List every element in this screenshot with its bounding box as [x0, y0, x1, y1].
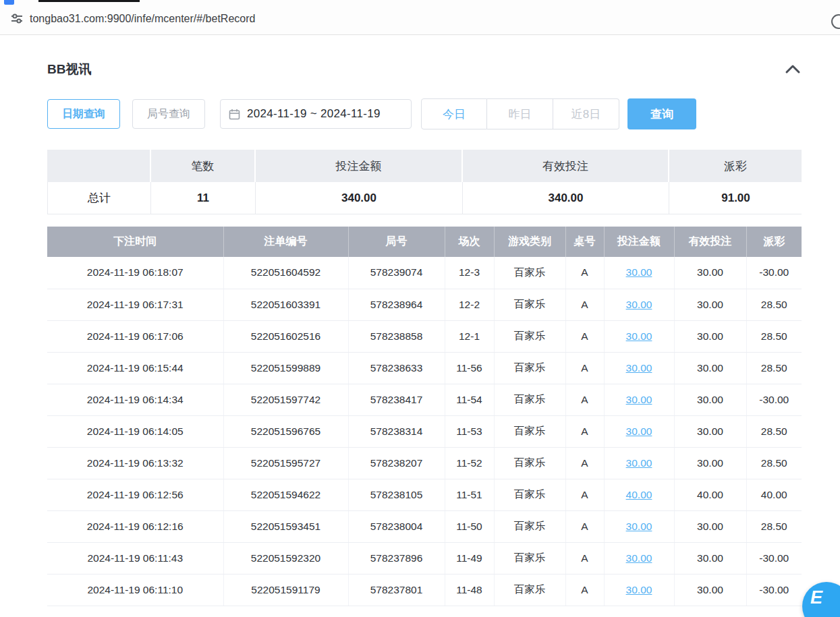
- order-no-cell: 522051593451: [223, 510, 348, 542]
- bet-record-page: BB视讯 日期查询 局号查询 2024-11-19 ~ 2024-11-19 今…: [0, 61, 840, 606]
- session-cell: 11-51: [445, 479, 494, 510]
- col-bet-amount: 投注金额: [604, 227, 674, 257]
- game-type-cell: 百家乐: [494, 352, 565, 384]
- date-query-tab[interactable]: 日期查询: [47, 99, 120, 129]
- valid-bet-cell: 30.00: [674, 320, 746, 352]
- quick-date-group: 今日 昨日 近8日: [421, 98, 619, 129]
- bet-amount-link[interactable]: 30.00: [626, 266, 652, 278]
- quick-btn-yesterday[interactable]: 昨日: [487, 98, 553, 129]
- bet-amount-link[interactable]: 30.00: [626, 299, 652, 310]
- order-no-cell: 522051602516: [223, 320, 348, 352]
- table-no-cell: A: [565, 415, 604, 447]
- bet-time-cell: 2024-11-19 06:15:44: [47, 352, 223, 384]
- col-bet-time: 下注时间: [47, 227, 223, 257]
- bet-amount-link[interactable]: 30.00: [626, 330, 652, 342]
- payout-cell: -30.00: [746, 384, 802, 415]
- bet-amount-link[interactable]: 30.00: [626, 521, 652, 532]
- table-no-cell: A: [565, 289, 604, 320]
- col-order-no: 注单编号: [223, 227, 348, 257]
- bet-time-cell: 2024-11-19 06:11:10: [47, 574, 223, 606]
- game-type-cell: 百家乐: [494, 447, 565, 479]
- summary-header-row: 笔数 投注金额 有效投注 派彩: [47, 150, 802, 182]
- order-no-cell: 522051596765: [223, 415, 348, 447]
- quick-btn-last8days[interactable]: 近8日: [553, 98, 619, 129]
- summary-header-payout: 派彩: [668, 150, 802, 182]
- round-no-cell: 578237896: [348, 542, 445, 574]
- bet-amount-link[interactable]: 30.00: [626, 584, 652, 595]
- session-cell: 11-56: [445, 352, 494, 384]
- table-row: 2024-11-19 06:18:07 522051604592 5782390…: [47, 257, 802, 289]
- date-range-picker[interactable]: 2024-11-19 ~ 2024-11-19: [220, 99, 412, 129]
- valid-bet-cell: 30.00: [674, 352, 746, 384]
- bet-time-cell: 2024-11-19 06:17:31: [47, 289, 223, 320]
- valid-bet-cell: 30.00: [674, 415, 746, 447]
- col-table-no: 桌号: [565, 227, 604, 257]
- quick-btn-today[interactable]: 今日: [421, 98, 487, 129]
- valid-bet-cell: 30.00: [674, 384, 746, 415]
- bet-time-cell: 2024-11-19 06:17:06: [47, 320, 223, 352]
- payout-cell: 28.50: [746, 510, 802, 542]
- round-query-tab[interactable]: 局号查询: [132, 99, 205, 129]
- session-cell: 12-1: [445, 320, 494, 352]
- bet-amount-link[interactable]: 30.00: [626, 552, 652, 564]
- table-row: 2024-11-19 06:11:43 522051592320 5782378…: [47, 542, 802, 574]
- order-no-cell: 522051592320: [223, 542, 348, 574]
- payout-cell: 28.50: [746, 447, 802, 479]
- payout-cell: -30.00: [746, 574, 802, 606]
- round-no-cell: 578238207: [348, 447, 445, 479]
- session-cell: 12-3: [445, 257, 494, 289]
- bet-amount-cell: 40.00: [604, 479, 674, 510]
- bet-time-cell: 2024-11-19 06:14:34: [47, 384, 223, 415]
- bet-amount-cell: 30.00: [604, 415, 674, 447]
- col-round-no: 局号: [348, 227, 445, 257]
- game-type-cell: 百家乐: [494, 289, 565, 320]
- bet-amount-link[interactable]: 40.00: [626, 489, 652, 500]
- order-no-cell: 522051604592: [223, 257, 348, 289]
- order-no-cell: 522051595727: [223, 447, 348, 479]
- valid-bet-cell: 30.00: [674, 510, 746, 542]
- table-header-row: 下注时间 注单编号 局号 场次 游戏类别 桌号 投注金额 有效投注 派彩: [47, 227, 802, 257]
- table-no-cell: A: [565, 257, 604, 289]
- extension-icon[interactable]: [831, 14, 840, 29]
- payout-cell: 28.50: [746, 352, 802, 384]
- payout-cell: 40.00: [746, 479, 802, 510]
- site-settings-icon[interactable]: [9, 11, 24, 26]
- session-cell: 12-2: [445, 289, 494, 320]
- order-no-cell: 522051591179: [223, 574, 348, 606]
- bet-amount-link[interactable]: 30.00: [626, 425, 652, 437]
- table-row: 2024-11-19 06:13:32 522051595727 5782382…: [47, 447, 802, 479]
- address-bar-url[interactable]: tongbao31.com:9900/infe/mcenter/#/betRec…: [30, 0, 255, 35]
- game-type-cell: 百家乐: [494, 384, 565, 415]
- chevron-up-icon[interactable]: [784, 63, 802, 76]
- summary-total-payout: 91.00: [669, 182, 802, 214]
- summary-total-count: 11: [150, 182, 255, 214]
- table-no-cell: A: [565, 479, 604, 510]
- summary-header-valid: 有效投注: [461, 150, 668, 182]
- customer-service-icon: E: [810, 587, 822, 608]
- table-row: 2024-11-19 06:12:56 522051594622 5782381…: [47, 479, 802, 510]
- game-type-cell: 百家乐: [494, 510, 565, 542]
- bet-amount-link[interactable]: 30.00: [626, 457, 652, 469]
- table-row: 2024-11-19 06:17:06 522051602516 5782388…: [47, 320, 802, 352]
- browser-url-bar: tongbao31.com:9900/infe/mcenter/#/betRec…: [0, 0, 840, 35]
- order-no-cell: 522051594622: [223, 479, 348, 510]
- section-header: BB视讯: [47, 61, 802, 78]
- bet-amount-cell: 30.00: [604, 320, 674, 352]
- bet-amount-link[interactable]: 30.00: [626, 362, 652, 374]
- bet-amount-link[interactable]: 30.00: [626, 394, 652, 405]
- bet-time-cell: 2024-11-19 06:12:56: [47, 479, 223, 510]
- summary-total-label: 总计: [48, 182, 150, 214]
- game-type-cell: 百家乐: [494, 479, 565, 510]
- bet-time-cell: 2024-11-19 06:13:32: [47, 447, 223, 479]
- valid-bet-cell: 30.00: [674, 447, 746, 479]
- game-type-cell: 百家乐: [494, 320, 565, 352]
- game-type-cell: 百家乐: [494, 574, 565, 606]
- search-button[interactable]: 查询: [627, 98, 696, 129]
- bet-amount-cell: 30.00: [604, 447, 674, 479]
- session-cell: 11-48: [445, 574, 494, 606]
- bet-time-cell: 2024-11-19 06:11:43: [47, 542, 223, 574]
- round-no-cell: 578238417: [348, 384, 445, 415]
- bet-amount-cell: 30.00: [604, 510, 674, 542]
- round-no-cell: 578237801: [348, 574, 445, 606]
- filter-toolbar: 日期查询 局号查询 2024-11-19 ~ 2024-11-19 今日 昨日 …: [47, 98, 802, 129]
